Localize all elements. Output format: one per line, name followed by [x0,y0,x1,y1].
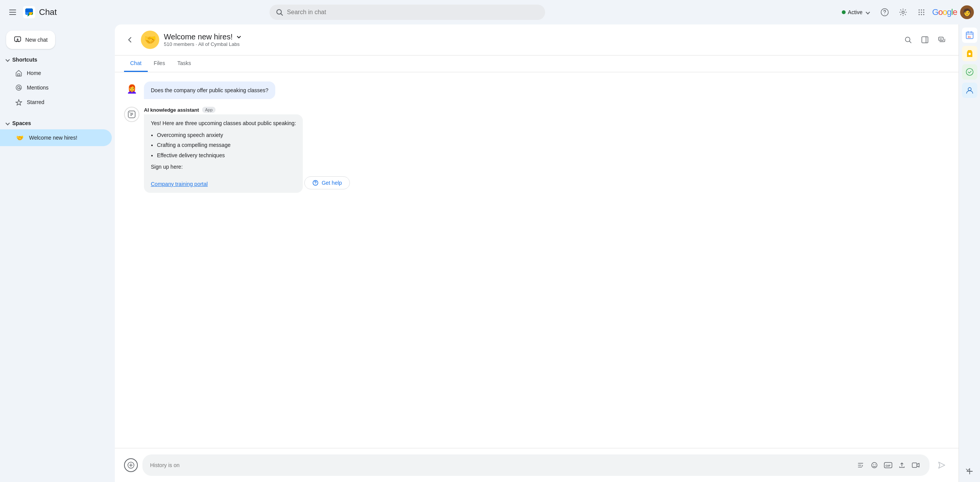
spaces-header[interactable]: Spaces [0,117,112,129]
ai-message-row: AI knowledge assistant App Yes! Here are… [124,107,949,193]
ai-sender-row: AI knowledge assistant App [144,107,412,113]
get-help-button[interactable]: Get help [304,176,350,189]
keep-app-button[interactable] [962,46,977,61]
sidebar-item-welcome-new-hires[interactable]: 🤝 Welcome new hires! [0,129,112,146]
ai-app-badge: App [202,107,216,113]
search-bar [270,5,545,20]
chat-area: 🤝 Welcome new hires! 510 members · All o… [115,24,959,482]
chat-header-actions [900,32,949,47]
help-button[interactable] [877,5,892,20]
get-help-icon [312,180,318,186]
new-chat-label: New chat [25,37,47,43]
status-dot [842,10,846,14]
svg-rect-0 [9,10,16,10]
user-message-content: Does the company offer public speaking c… [144,81,412,99]
svg-point-11 [923,10,924,11]
new-chat-button[interactable]: New chat [6,31,55,49]
svg-point-23 [18,86,20,89]
svg-point-32 [129,112,130,113]
ai-message-list: Overcoming speech anxiety Crafting a com… [157,131,296,160]
chat-subtitle: 510 members · All of Cymbal Labs [164,41,896,47]
new-chat-icon [14,36,21,44]
chat-space-icon: 🤝 [141,31,159,49]
space-label: Welcome new hires! [29,135,77,141]
back-button[interactable] [124,34,136,46]
chat-threads-button[interactable] [934,32,949,47]
tab-files[interactable]: Files [148,55,172,72]
sidebar-item-home[interactable]: Home [0,66,112,80]
tab-chat[interactable]: Chat [124,55,148,72]
mentions-label: Mentions [27,85,49,91]
spaces-label: Spaces [12,120,31,126]
svg-point-39 [873,464,874,465]
svg-text:31: 31 [968,36,971,38]
search-input-wrapper [270,5,545,20]
topbar-left: Chat [6,6,121,19]
sidebar-item-mentions[interactable]: Mentions [0,80,112,95]
topbar: Chat Active [0,0,980,24]
svg-rect-1 [9,12,16,13]
star-icon [15,99,22,106]
user-message-avatar: 👩‍🦰 [124,81,139,97]
svg-point-8 [902,11,904,13]
chat-search-button[interactable] [900,32,916,47]
emoji-button[interactable] [868,459,880,471]
svg-point-12 [918,12,920,13]
list-item: Overcoming speech anxiety [157,131,296,139]
ai-message-content: AI knowledge assistant App Yes! Here are… [144,107,412,193]
search-icon [276,8,283,16]
spaces-collapse-icon [5,121,10,125]
shortcuts-header[interactable]: Shortcuts [0,54,112,66]
chat-sidebar-button[interactable] [917,32,933,47]
shortcuts-collapse-icon [5,57,10,62]
video-button[interactable] [910,459,922,471]
svg-point-34 [315,184,316,184]
svg-point-51 [968,88,971,91]
upload-button[interactable] [896,459,908,471]
svg-rect-43 [912,463,917,467]
gif-button[interactable]: GIF [882,459,894,471]
user-avatar[interactable]: 🧑 [960,5,974,19]
svg-rect-26 [922,37,928,43]
sidebar-item-starred[interactable]: Starred [0,95,112,109]
send-button[interactable] [934,458,949,473]
active-label: Active [848,9,862,15]
svg-rect-21 [18,74,20,76]
svg-line-5 [281,14,283,16]
home-label: Home [27,70,41,76]
svg-point-7 [884,14,885,15]
settings-button[interactable] [895,5,911,20]
input-actions: GIF [854,459,922,471]
right-panel: 31 [959,24,980,482]
contacts-app-button[interactable] [962,83,977,98]
search-input[interactable] [287,9,539,16]
chat-header: 🤝 Welcome new hires! 510 members · All o… [115,24,959,55]
main-layout: New chat Shortcuts Home Ment [0,24,980,482]
home-icon [15,70,22,77]
input-area: GIF [115,448,959,482]
messages-area: 👩‍🦰 Does the company offer public speaki… [115,72,959,448]
tab-tasks[interactable]: Tasks [171,55,197,72]
add-attachment-button[interactable] [124,458,138,472]
tasks-app-button[interactable] [962,64,977,80]
chat-tabs: Chat Files Tasks [115,55,959,72]
svg-point-15 [918,14,920,15]
space-emoji: 🤝 [15,133,24,142]
mentions-icon [15,84,22,91]
expand-panel-button[interactable] [962,464,974,476]
app-title: Chat [39,7,57,17]
apps-button[interactable] [914,5,929,20]
svg-rect-2 [9,14,16,15]
training-portal-link[interactable]: Company training portal [151,181,208,187]
svg-point-9 [918,10,920,11]
svg-point-17 [923,14,924,15]
active-status-button[interactable]: Active [837,7,874,18]
signup-text: Sign up here: [151,163,296,171]
calendar-app-button[interactable]: 31 [962,28,977,43]
hamburger-button[interactable] [6,6,19,19]
text-format-button[interactable] [854,459,867,471]
message-row: 👩‍🦰 Does the company offer public speaki… [124,81,949,99]
sidebar: New chat Shortcuts Home Ment [0,24,115,482]
message-input[interactable] [150,462,851,468]
app-logo [23,6,35,18]
